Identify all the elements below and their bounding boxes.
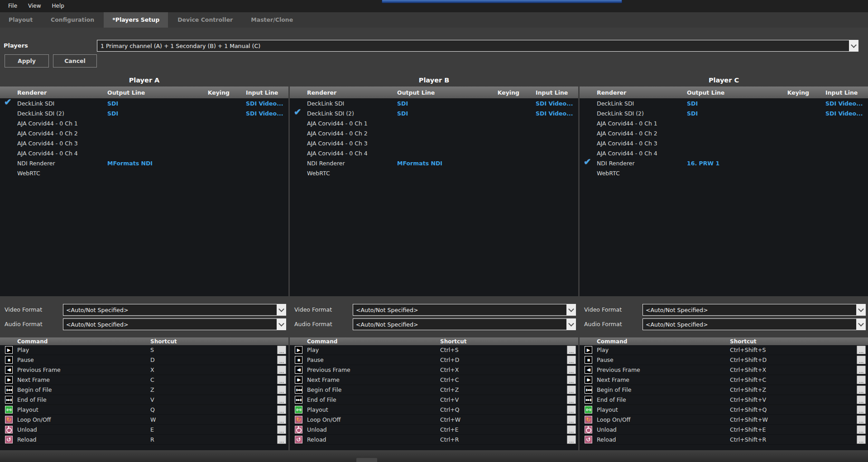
command-row: ((•))PlayoutCtrl+Q... bbox=[290, 405, 578, 415]
edit-shortcut-button[interactable]: ... bbox=[277, 375, 286, 384]
edit-shortcut-button[interactable]: ... bbox=[567, 415, 576, 424]
edit-shortcut-button[interactable]: ... bbox=[277, 346, 286, 354]
output-line-value[interactable]: MFormats NDI bbox=[107, 160, 189, 167]
video-format-select[interactable]: <Auto/Not Specified> bbox=[63, 304, 286, 316]
check-icon: ✔ bbox=[294, 106, 302, 117]
edit-shortcut-button[interactable]: ... bbox=[857, 366, 866, 374]
audio-format-select[interactable]: <Auto/Not Specified> bbox=[643, 318, 866, 330]
input-line-value[interactable]: SDI Video... bbox=[536, 100, 578, 107]
edit-shortcut-button[interactable]: ... bbox=[857, 395, 866, 404]
edit-shortcut-button[interactable]: ... bbox=[567, 395, 576, 404]
output-line-value[interactable]: SDI bbox=[107, 110, 189, 117]
video-format-select[interactable]: <Auto/Not Specified> bbox=[353, 304, 576, 316]
renderer-row[interactable]: AJA Corvid44 - 0 Ch 4 bbox=[0, 148, 288, 158]
edit-shortcut-button[interactable]: ... bbox=[857, 356, 866, 364]
output-line-value[interactable]: SDI bbox=[687, 110, 768, 117]
edit-shortcut-button[interactable]: ... bbox=[277, 415, 286, 424]
chevron-down-icon[interactable] bbox=[566, 319, 575, 330]
renderer-row[interactable]: AJA Corvid44 - 0 Ch 3 bbox=[0, 138, 288, 148]
video-format-select[interactable]: <Auto/Not Specified> bbox=[643, 304, 866, 316]
renderer-row[interactable]: DeckLink SDISDISDI Video... bbox=[580, 98, 868, 108]
chevron-down-icon[interactable] bbox=[849, 40, 858, 51]
edit-shortcut-button[interactable]: ... bbox=[567, 375, 576, 384]
tab-playout[interactable]: Playout bbox=[0, 12, 41, 28]
edit-shortcut-button[interactable]: ... bbox=[567, 356, 576, 364]
input-line-value[interactable]: SDI Video... bbox=[825, 100, 868, 107]
edit-shortcut-button[interactable]: ... bbox=[277, 405, 286, 414]
renderer-row[interactable]: DeckLink SDISDISDI Video... bbox=[290, 98, 578, 108]
edit-shortcut-button[interactable]: ... bbox=[277, 435, 286, 444]
renderer-row[interactable]: AJA Corvid44 - 0 Ch 1 bbox=[580, 118, 868, 128]
edit-shortcut-button[interactable]: ... bbox=[567, 366, 576, 374]
renderer-row[interactable]: AJA Corvid44 - 0 Ch 1 bbox=[0, 118, 288, 128]
output-line-value[interactable]: MFormats NDI bbox=[397, 160, 479, 167]
renderer-name: NDI Renderer bbox=[597, 160, 687, 167]
audio-format-select[interactable]: <Auto/Not Specified> bbox=[353, 318, 576, 330]
renderer-row[interactable]: AJA Corvid44 - 0 Ch 3 bbox=[580, 138, 868, 148]
renderer-row[interactable]: WebRTC bbox=[290, 168, 578, 178]
menu-help[interactable]: Help bbox=[47, 0, 70, 12]
command-label: Loop On/Off bbox=[307, 416, 440, 423]
command-icon-cell: ↺ bbox=[290, 436, 307, 443]
input-line-value[interactable]: SDI Video... bbox=[246, 110, 288, 117]
renderer-row[interactable]: WebRTC bbox=[580, 168, 868, 178]
edit-shortcut-button[interactable]: ... bbox=[277, 395, 286, 404]
edit-shortcut-button[interactable]: ... bbox=[277, 385, 286, 394]
output-line-value[interactable]: 16. PRW 1 bbox=[687, 160, 768, 167]
output-line-value[interactable]: SDI bbox=[687, 100, 768, 107]
renderer-row[interactable]: AJA Corvid44 - 0 Ch 3 bbox=[290, 138, 578, 148]
edit-shortcut-button[interactable]: ... bbox=[277, 356, 286, 364]
renderer-row[interactable]: ✔NDI Renderer16. PRW 1 bbox=[580, 158, 868, 168]
edit-shortcut-button[interactable]: ... bbox=[567, 435, 576, 444]
begin-of-file-icon: ▮◀◀ bbox=[295, 386, 302, 394]
input-line-value[interactable]: SDI Video... bbox=[825, 110, 868, 117]
renderer-row[interactable]: DeckLink SDI (2)SDISDI Video... bbox=[580, 108, 868, 118]
renderer-row[interactable]: AJA Corvid44 - 0 Ch 2 bbox=[580, 128, 868, 138]
tab-master-clone[interactable]: Master/Clone bbox=[242, 12, 302, 28]
menu-file[interactable]: File bbox=[3, 0, 23, 12]
edit-shortcut-button[interactable]: ... bbox=[857, 385, 866, 394]
edit-shortcut-button[interactable]: ... bbox=[277, 425, 286, 434]
edit-shortcut-button[interactable]: ... bbox=[567, 346, 576, 354]
cancel-button[interactable]: Cancel bbox=[53, 54, 97, 67]
audio-format-select[interactable]: <Auto/Not Specified> bbox=[63, 318, 286, 330]
apply-button[interactable]: Apply bbox=[5, 54, 49, 67]
tab-players-setup[interactable]: *Players Setup bbox=[104, 12, 168, 28]
edit-shortcut-button[interactable]: ... bbox=[277, 366, 286, 374]
output-line-value[interactable]: SDI bbox=[107, 100, 189, 107]
chevron-down-icon[interactable] bbox=[277, 319, 286, 330]
edit-shortcut-button[interactable]: ... bbox=[857, 375, 866, 384]
edit-shortcut-button[interactable]: ... bbox=[857, 415, 866, 424]
renderer-row[interactable]: AJA Corvid44 - 0 Ch 2 bbox=[290, 128, 578, 138]
chevron-down-icon[interactable] bbox=[566, 304, 575, 315]
renderer-row[interactable]: NDI RendererMFormats NDI bbox=[290, 158, 578, 168]
chevron-down-icon[interactable] bbox=[856, 304, 865, 315]
renderer-row[interactable]: NDI RendererMFormats NDI bbox=[0, 158, 288, 168]
edit-shortcut-button[interactable]: ... bbox=[567, 425, 576, 434]
edit-shortcut-button[interactable]: ... bbox=[857, 425, 866, 434]
renderer-row[interactable]: WebRTC bbox=[0, 168, 288, 178]
output-line-value[interactable]: SDI bbox=[397, 110, 479, 117]
input-line-value[interactable]: SDI Video... bbox=[246, 100, 288, 107]
renderer-row[interactable]: DeckLink SDI (2)SDISDI Video... bbox=[0, 108, 288, 118]
edit-shortcut-button[interactable]: ... bbox=[857, 435, 866, 444]
edit-shortcut-button[interactable]: ... bbox=[857, 405, 866, 414]
edit-shortcut-button[interactable]: ... bbox=[567, 385, 576, 394]
tab-configuration[interactable]: Configuration bbox=[42, 12, 103, 28]
players-layout-select[interactable]: 1 Primary channel (A) + 1 Secondary (B) … bbox=[97, 40, 858, 52]
renderer-row[interactable]: AJA Corvid44 - 0 Ch 4 bbox=[580, 148, 868, 158]
edit-shortcut-button[interactable]: ... bbox=[567, 405, 576, 414]
edit-shortcut-button[interactable]: ... bbox=[857, 346, 866, 354]
renderer-row[interactable]: ✔DeckLink SDI (2)SDISDI Video... bbox=[290, 108, 578, 118]
menu-view[interactable]: View bbox=[23, 0, 46, 12]
input-line-value[interactable]: SDI Video... bbox=[536, 110, 578, 117]
renderer-row[interactable]: ✔DeckLink SDISDISDI Video... bbox=[0, 98, 288, 108]
chevron-down-icon[interactable] bbox=[277, 304, 286, 315]
output-line-value[interactable]: SDI bbox=[397, 100, 479, 107]
shortcut-value: Ctrl+Q bbox=[440, 406, 565, 413]
chevron-down-icon[interactable] bbox=[856, 319, 865, 330]
renderer-row[interactable]: AJA Corvid44 - 0 Ch 4 bbox=[290, 148, 578, 158]
tab-device-controller[interactable]: Device Controller bbox=[169, 12, 241, 28]
renderer-row[interactable]: AJA Corvid44 - 0 Ch 1 bbox=[290, 118, 578, 128]
renderer-row[interactable]: AJA Corvid44 - 0 Ch 2 bbox=[0, 128, 288, 138]
